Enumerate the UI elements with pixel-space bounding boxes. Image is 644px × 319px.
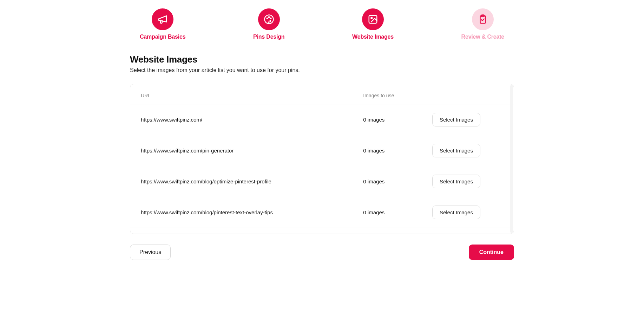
clipboard-check-icon <box>472 8 494 30</box>
cell-url: https://www.swiftpinz.com/ <box>130 104 353 135</box>
images-table-panel: URL Images to use https://www.swiftpinz.… <box>130 84 514 234</box>
step-label: Website Images <box>352 34 394 40</box>
step-pins-design[interactable]: Pins Design <box>253 8 284 40</box>
svg-point-5 <box>371 17 372 19</box>
table-row: https://www.swiftpinz.com/blog/optimize-… <box>130 166 514 197</box>
step-label: Campaign Basics <box>140 34 185 40</box>
table-row: https://www.swiftpinz.com/ 0 images Sele… <box>130 104 514 135</box>
palette-icon <box>258 8 280 30</box>
images-table: URL Images to use https://www.swiftpinz.… <box>130 84 514 234</box>
wizard-nav: Previous Continue <box>130 245 514 260</box>
col-header-count: Images to use <box>353 84 422 104</box>
page-subtitle: Select the images from your article list… <box>130 67 514 73</box>
select-images-button[interactable]: Select Images <box>432 144 480 157</box>
page-title: Website Images <box>130 54 514 65</box>
table-row: https://www.swiftpinz.com/blog/pin-color… <box>130 228 514 234</box>
image-icon <box>362 8 384 30</box>
previous-button[interactable]: Previous <box>130 245 171 260</box>
step-campaign-basics[interactable]: Campaign Basics <box>140 8 185 40</box>
table-row: https://www.swiftpinz.com/blog/pinterest… <box>130 197 514 228</box>
col-header-action <box>422 84 514 104</box>
table-row: https://www.swiftpinz.com/pin-generator … <box>130 135 514 166</box>
step-label: Review & Create <box>461 34 504 40</box>
cell-count: 0 images <box>353 104 422 135</box>
wizard-stepper: Campaign Basics Pins Design Website Imag… <box>130 8 514 40</box>
cell-count: 0 images <box>353 135 422 166</box>
col-header-url: URL <box>130 84 353 104</box>
cell-count: 0 images <box>353 197 422 228</box>
cell-count: 0 images <box>353 166 422 197</box>
step-website-images[interactable]: Website Images <box>352 8 394 40</box>
step-label: Pins Design <box>253 34 284 40</box>
cell-url: https://www.swiftpinz.com/blog/pin-color… <box>130 228 353 234</box>
select-images-button[interactable]: Select Images <box>432 175 480 188</box>
continue-button[interactable]: Continue <box>469 245 514 260</box>
svg-point-2 <box>268 17 269 18</box>
scrollbar[interactable] <box>510 85 513 233</box>
select-images-button[interactable]: Select Images <box>432 113 480 126</box>
cell-url: https://www.swiftpinz.com/blog/pinterest… <box>130 197 353 228</box>
cell-count: 0 images <box>353 228 422 234</box>
svg-point-1 <box>267 18 268 19</box>
select-images-button[interactable]: Select Images <box>432 206 480 219</box>
svg-point-3 <box>270 18 271 19</box>
megaphone-icon <box>152 8 173 30</box>
cell-url: https://www.swiftpinz.com/blog/optimize-… <box>130 166 353 197</box>
cell-url: https://www.swiftpinz.com/pin-generator <box>130 135 353 166</box>
step-review-create[interactable]: Review & Create <box>461 8 504 40</box>
